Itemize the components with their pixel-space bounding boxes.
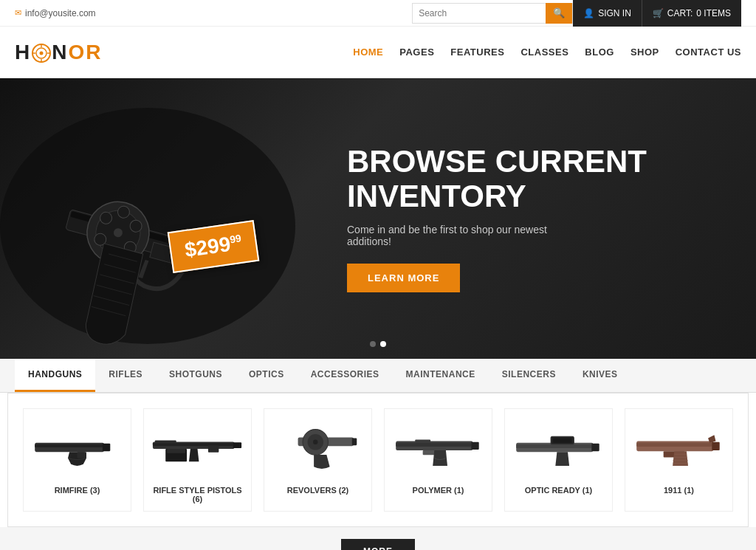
product-image-rifle-style (151, 419, 244, 478)
svg-rect-28 (78, 452, 87, 458)
product-image-rimfire (31, 419, 123, 478)
hero-pagination (370, 341, 386, 347)
hero-dot-2[interactable] (380, 341, 386, 347)
svg-rect-46 (415, 440, 430, 443)
products-section: RIMFIRE (3) RIFLE STYLE PI (7, 393, 749, 527)
gun-icon-rimfire (31, 423, 123, 475)
hero-title: BROWSE CURRENT INVENTORY (347, 145, 647, 213)
product-card-optic-ready[interactable]: OPTIC READY (1) (504, 408, 613, 512)
search-wrapper: 🔍 (412, 3, 573, 24)
svg-rect-31 (153, 443, 233, 446)
search-button[interactable]: 🔍 (546, 3, 572, 24)
tab-silencers[interactable]: SILENCERS (489, 359, 569, 392)
price-cents: 99 (229, 232, 242, 245)
hero-visual (0, 78, 347, 359)
site-logo[interactable]: H NOR (15, 41, 102, 64)
nav-blog[interactable]: BLOG (585, 47, 614, 58)
gun-icon-optic-ready (512, 423, 605, 475)
product-image-polymer (392, 419, 484, 478)
svg-rect-43 (396, 443, 471, 447)
svg-rect-51 (591, 444, 599, 451)
logo-n: N (52, 41, 68, 63)
nav-home[interactable]: HOME (353, 47, 383, 58)
product-name-polymer: POLYMER (1) (413, 486, 464, 495)
products-grid: RIMFIRE (3) RIFLE STYLE PI (23, 408, 733, 512)
svg-rect-36 (155, 440, 176, 443)
signin-button[interactable]: 👤 SIGN IN (573, 0, 642, 27)
svg-rect-27 (35, 444, 103, 447)
svg-rect-48 (516, 444, 591, 448)
product-image-optic-ready (512, 419, 605, 478)
logo-or: OR (68, 41, 102, 63)
more-section: MORE (0, 527, 756, 550)
nav-pages[interactable]: PAGES (399, 47, 434, 58)
product-name-rimfire: RIMFIRE (3) (55, 486, 100, 495)
hero-dot-1[interactable] (370, 341, 376, 347)
search-input[interactable] (413, 4, 546, 23)
svg-rect-41 (352, 438, 357, 445)
tab-handguns[interactable]: HANDGUNS (15, 359, 95, 392)
product-name-optic-ready: OPTIC READY (1) (525, 486, 592, 495)
tab-knives[interactable]: KNIVES (569, 359, 631, 392)
price-main: $299 (183, 233, 232, 261)
email-icon: ✉ (15, 8, 21, 18)
product-name-1911: 1911 (1) (664, 486, 694, 495)
product-card-1911[interactable]: 1911 (1) (625, 408, 733, 512)
svg-point-2 (40, 52, 44, 55)
svg-rect-26 (35, 443, 104, 453)
tab-rifles[interactable]: RIFLES (95, 359, 156, 392)
nav-shop[interactable]: SHOP (630, 47, 659, 58)
logo-h: H (15, 41, 31, 63)
cart-icon: 🛒 (653, 8, 664, 18)
signin-label: SIGN IN (598, 8, 631, 18)
hero-cta-button[interactable]: LEARN MORE (347, 264, 460, 292)
hero-subtitle: Come in and be the first to shop our new… (347, 224, 568, 247)
product-image-1911 (633, 419, 725, 478)
nav-classes[interactable]: CLASSES (520, 47, 568, 58)
hero-gun-svg (0, 78, 347, 359)
top-bar: ✉ info@yousite.com 🔍 👤 SIGN IN 🛒 CART: 0… (0, 0, 756, 27)
cart-button[interactable]: 🛒 CART: 0 ITEMS (642, 0, 741, 27)
signin-icon: 👤 (583, 8, 594, 18)
tab-shotguns[interactable]: SHOTGUNS (156, 359, 236, 392)
gun-icon-rifle-style (151, 423, 244, 475)
tab-accessories[interactable]: ACCESSORIES (298, 359, 393, 392)
nav-contact[interactable]: CONTACT US (676, 47, 741, 58)
product-card-polymer[interactable]: POLYMER (1) (384, 408, 492, 512)
svg-rect-50 (553, 438, 571, 442)
tab-optics[interactable]: OPTICS (236, 359, 298, 392)
svg-point-40 (313, 440, 317, 444)
svg-rect-53 (636, 443, 712, 447)
product-name-rifle-style: RIFLE STYLE PISTOLS (6) (151, 486, 244, 503)
svg-rect-29 (103, 444, 110, 451)
product-name-revolvers: REVOLVERS (2) (287, 486, 349, 495)
product-card-revolvers[interactable]: REVOLVERS (2) (264, 408, 372, 512)
svg-rect-33 (167, 449, 185, 453)
product-card-rifle-style[interactable]: RIFLE STYLE PISTOLS (6) (143, 408, 252, 512)
category-tabs: HANDGUNS RIFLES SHOTGUNS OPTICS ACCESSOR… (0, 359, 756, 393)
svg-rect-45 (471, 442, 478, 450)
product-card-rimfire[interactable]: RIMFIRE (3) (23, 408, 131, 512)
svg-rect-35 (233, 442, 242, 448)
site-header: H NOR HOME PAGES FEATURES CLASSES BLOG S… (0, 27, 756, 78)
cart-label: CART: (667, 8, 693, 18)
nav-features[interactable]: FEATURES (450, 47, 504, 58)
gun-icon-polymer (392, 423, 484, 475)
email-section: ✉ info@yousite.com (15, 8, 96, 18)
svg-rect-34 (208, 445, 219, 453)
logo-target-icon (32, 44, 51, 63)
cart-items-count: 0 ITEMS (696, 8, 731, 18)
more-button[interactable]: MORE (341, 539, 415, 550)
svg-rect-59 (712, 442, 719, 450)
product-image-revolvers (272, 419, 364, 478)
hero-content: BROWSE CURRENT INVENTORY Come in and be … (347, 145, 647, 292)
top-bar-actions: 🔍 👤 SIGN IN 🛒 CART: 0 ITEMS (412, 0, 741, 27)
main-nav: HOME PAGES FEATURES CLASSES BLOG SHOP CO… (353, 47, 741, 58)
hero-section: $29999 BROWSE CURRENT INVENTORY Come in … (0, 78, 756, 359)
gun-icon-revolvers (272, 423, 364, 475)
tab-maintenance[interactable]: MAINTENANCE (393, 359, 489, 392)
email-address: info@yousite.com (25, 8, 96, 18)
gun-icon-1911 (633, 423, 725, 475)
category-section: HANDGUNS RIFLES SHOTGUNS OPTICS ACCESSOR… (0, 359, 756, 527)
